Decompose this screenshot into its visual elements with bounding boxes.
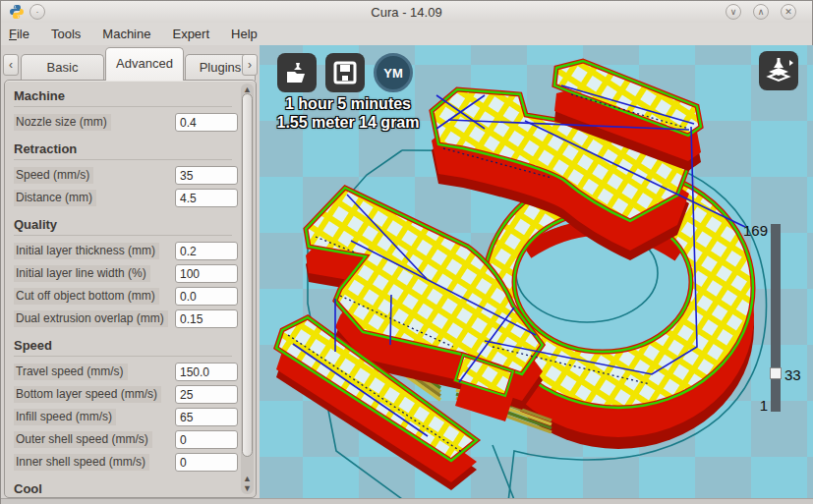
window-title: Cura - 14.09 bbox=[1, 5, 812, 20]
layer-max-label: 169 bbox=[709, 222, 768, 239]
window-bottom-edge bbox=[1, 498, 813, 504]
load-model-icon bbox=[284, 60, 310, 85]
setting-row: Inner shell speed (mm/s) bbox=[14, 453, 238, 472]
inner-shell-speed-input[interactable] bbox=[175, 453, 238, 472]
travel-speed-input[interactable] bbox=[175, 363, 238, 381]
menu-expert[interactable]: Expert bbox=[172, 27, 209, 41]
close-button[interactable]: ✕ bbox=[781, 4, 796, 20]
setting-row: Bottom layer speed (mm/s) bbox=[14, 385, 238, 404]
menu-bar: File Tools Machine Expert Help bbox=[1, 23, 812, 45]
setting-row: Outer shell speed (mm/s) bbox=[14, 430, 238, 449]
cura-window: · Cura - 14.09 ∨ ∧ ✕ File Tools Machine … bbox=[0, 0, 813, 504]
outer-shell-speed-input[interactable] bbox=[175, 430, 238, 449]
settings-panel: ‹ Basic Advanced Plugins › Machine Nozzl… bbox=[1, 45, 260, 504]
tab-bar: ‹ Basic Advanced Plugins › bbox=[1, 45, 260, 80]
section-retraction: Retraction bbox=[14, 141, 232, 160]
dual-extrusion-overlap-input[interactable] bbox=[175, 309, 238, 328]
setting-label: Bottom layer speed (mm/s) bbox=[14, 386, 161, 403]
setting-row: Initial layer thickness (mm) bbox=[14, 242, 238, 260]
print-stats: 1 hour 5 minutes 1.55 meter 14 gram bbox=[261, 94, 435, 132]
panel-scrollbar[interactable]: ▲ ▲ ▼ bbox=[241, 84, 254, 494]
tab-basic[interactable]: Basic bbox=[21, 54, 104, 81]
save-toolpath-icon bbox=[332, 60, 358, 85]
setting-row: Cut off object bottom (mm) bbox=[14, 287, 238, 306]
setting-label: Infill speed (mm/s) bbox=[14, 409, 116, 425]
scrollbar-thumb[interactable] bbox=[242, 93, 253, 457]
title-bar[interactable]: · Cura - 14.09 ∨ ∧ ✕ bbox=[1, 1, 812, 23]
bottom-layer-speed-input[interactable] bbox=[175, 385, 238, 404]
initial-layer-thickness-input[interactable] bbox=[175, 242, 238, 260]
section-quality: Quality bbox=[14, 217, 232, 236]
setting-row: Infill speed (mm/s) bbox=[14, 408, 238, 426]
nozzle-size-input[interactable] bbox=[175, 113, 238, 132]
layer-slider-track[interactable] bbox=[771, 224, 781, 412]
tab-scroll-right[interactable]: › bbox=[242, 54, 258, 76]
initial-layer-line-width-input[interactable] bbox=[175, 264, 238, 283]
layer-current-label: 33 bbox=[784, 366, 801, 383]
maximize-button[interactable]: ∧ bbox=[753, 4, 769, 20]
menu-help[interactable]: Help bbox=[231, 27, 258, 41]
setting-row: Initial layer line width (%) bbox=[14, 264, 238, 283]
setting-row: Dual extrusion overlap (mm) bbox=[14, 309, 238, 328]
setting-label: Dual extrusion overlap (mm) bbox=[14, 310, 168, 327]
menu-machine[interactable]: Machine bbox=[102, 27, 150, 41]
save-toolpath-button[interactable] bbox=[325, 53, 365, 92]
share-youmagine-button[interactable]: YM bbox=[374, 53, 413, 92]
setting-label: Nozzle size (mm) bbox=[14, 114, 111, 131]
section-cool: Cool bbox=[14, 481, 232, 498]
setting-row: Travel speed (mm/s) bbox=[14, 363, 238, 381]
load-model-button[interactable] bbox=[277, 53, 317, 92]
scroll-up-icon[interactable]: ▲ bbox=[241, 85, 254, 93]
print-preview-viewport[interactable]: YM 1 hour 5 minutes 1.55 meter 14 gram 1… bbox=[260, 45, 813, 498]
layer-slider-handle[interactable] bbox=[770, 367, 782, 379]
setting-label: Outer shell speed (mm/s) bbox=[14, 431, 152, 448]
setting-label: Initial layer thickness (mm) bbox=[14, 243, 159, 259]
view-mode-button[interactable] bbox=[759, 51, 798, 90]
infill-speed-input[interactable] bbox=[175, 408, 238, 426]
retraction-distance-input[interactable] bbox=[175, 189, 238, 207]
layer-view-icon bbox=[764, 56, 793, 85]
retraction-speed-input[interactable] bbox=[175, 166, 238, 185]
setting-row: Speed (mm/s) bbox=[14, 166, 238, 185]
setting-label: Cut off object bottom (mm) bbox=[14, 288, 159, 305]
setting-label: Distance (mm) bbox=[14, 190, 96, 206]
print-material: 1.55 meter 14 gram bbox=[261, 113, 435, 132]
setting-label: Speed (mm/s) bbox=[14, 167, 93, 184]
scroll-down-icon[interactable]: ▼ bbox=[241, 484, 254, 492]
section-speed: Speed bbox=[14, 338, 232, 357]
tab-scroll-left[interactable]: ‹ bbox=[3, 54, 19, 76]
minimize-button[interactable]: ∨ bbox=[726, 4, 741, 20]
print-time: 1 hour 5 minutes bbox=[261, 94, 435, 113]
tab-advanced[interactable]: Advanced bbox=[105, 47, 184, 81]
layer-min-label: 1 bbox=[738, 397, 768, 414]
menu-tools[interactable]: Tools bbox=[51, 27, 81, 41]
setting-label: Initial layer line width (%) bbox=[14, 265, 150, 282]
setting-row: Nozzle size (mm) bbox=[14, 113, 238, 132]
scroll-up2-icon[interactable]: ▲ bbox=[241, 475, 254, 482]
youmagine-icon: YM bbox=[374, 53, 413, 92]
advanced-settings-box: Machine Nozzle size (mm) Retraction Spee… bbox=[4, 80, 257, 498]
setting-row: Distance (mm) bbox=[14, 189, 238, 207]
setting-label: Inner shell speed (mm/s) bbox=[14, 454, 149, 471]
setting-label: Travel speed (mm/s) bbox=[14, 364, 128, 380]
menu-file[interactable]: File bbox=[9, 27, 29, 41]
section-machine: Machine bbox=[14, 88, 232, 107]
cut-off-object-bottom-input[interactable] bbox=[175, 287, 238, 306]
